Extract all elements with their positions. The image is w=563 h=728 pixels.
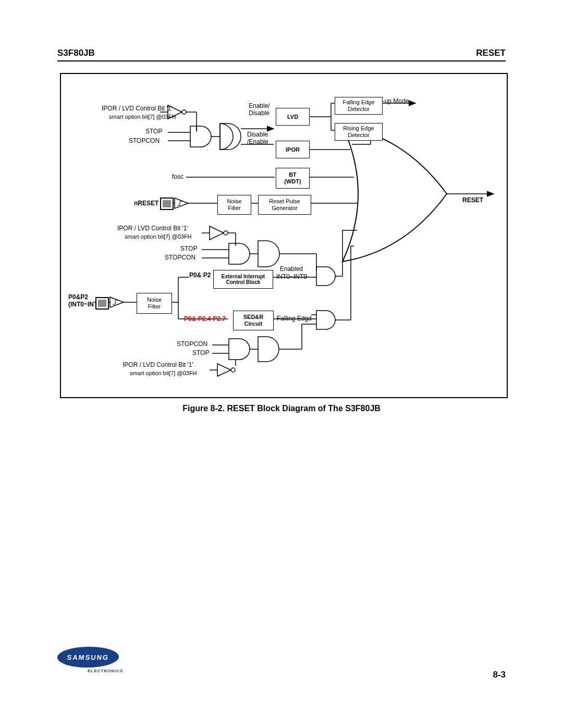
lbl-ipor-lvd-1: IPOR / LVD Control Bit '1' bbox=[102, 105, 173, 113]
lbl-stop-3: STOP bbox=[192, 350, 209, 357]
box-noise-filter-2: Noise Filter bbox=[137, 293, 172, 314]
lbl-smart-opt-2: smart option bit[7] @03FH bbox=[125, 233, 192, 240]
box-reset-pulse-gen: Reset Pulse Generator bbox=[258, 195, 311, 215]
lbl-reset-out: RESET bbox=[462, 197, 483, 204]
lbl-stop-2: STOP bbox=[180, 245, 197, 253]
lbl-stopcon-2: STOPCON bbox=[165, 254, 195, 262]
box-noise-filter-1: Noise Filter bbox=[217, 195, 251, 215]
lbl-nreset: nRESET bbox=[134, 200, 158, 207]
lbl-p0p2-range: P0& P2.4-P2.7 bbox=[184, 316, 226, 323]
header-right: RESET bbox=[476, 48, 506, 58]
box-ext-int-blk: External Interrupt Control Block bbox=[213, 270, 273, 289]
box-ipor: IPOR bbox=[276, 141, 310, 158]
lbl-falling-edgd: Falling Edgd bbox=[277, 315, 312, 323]
box-lvd: LVD bbox=[276, 108, 310, 126]
lbl-enabled: Enabled bbox=[280, 266, 303, 273]
figure-caption: Figure 8-2. RESET Block Diagram of The S… bbox=[0, 404, 563, 413]
page: S3F80JB RESET bbox=[0, 0, 563, 728]
lbl-smart-opt-3: smart option bit[7] @03FH bbox=[130, 370, 197, 377]
box-sedr: SED&R Circuit bbox=[233, 311, 274, 330]
page-number: 8-3 bbox=[493, 670, 506, 680]
samsung-logo: SAMSUNG bbox=[56, 647, 120, 668]
lbl-ipor-lvd-3: IPOR / LVD Control Bit '1' bbox=[123, 362, 193, 369]
footer-logo: SAMSUNG ELECTRONICS bbox=[57, 647, 123, 673]
box-rising-edge-det: Rising Edge Detector bbox=[335, 123, 383, 141]
lbl-enable-disable: Enable/ Disable bbox=[249, 103, 270, 117]
page-header: S3F80JB RESET bbox=[57, 48, 506, 61]
lbl-fosc: fosc bbox=[172, 174, 183, 181]
lbl-stopcon-1: STOPCON bbox=[129, 138, 160, 145]
lbl-p0p2: P0& P2 bbox=[189, 272, 211, 279]
lbl-stop-1: STOP bbox=[145, 128, 162, 135]
header-left: S3F80JB bbox=[57, 48, 95, 58]
diagram-frame: IPOR / LVD Control Bit '1' smart option … bbox=[60, 73, 508, 398]
lbl-disable-enable: Disable /Enable bbox=[247, 131, 268, 146]
samsung-sub: ELECTRONICS bbox=[88, 669, 123, 673]
lbl-smart-opt-1: smart option bit[7] @03FH bbox=[109, 114, 176, 120]
pad-p0p2 bbox=[95, 297, 109, 310]
box-falling-edge-det: Falling Edge Detector bbox=[335, 97, 383, 115]
lbl-stopcon-3: STOPCON bbox=[177, 341, 207, 348]
pad-nreset bbox=[160, 198, 174, 210]
lbl-ipor-lvd-2: IPOR / LVD Control Bit '1' bbox=[117, 225, 188, 232]
lbl-int0int9: INT0~INT9 bbox=[276, 274, 307, 281]
box-bt-wdt: BT (WDT) bbox=[276, 168, 310, 189]
